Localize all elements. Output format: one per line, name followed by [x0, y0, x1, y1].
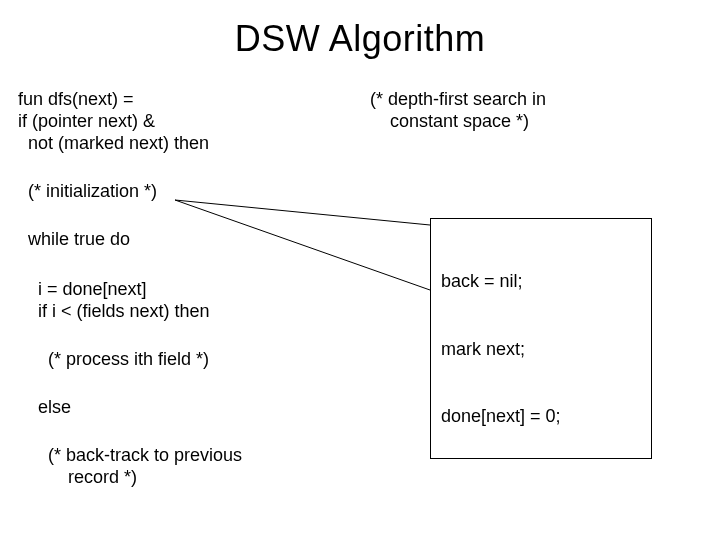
init-line-mark: mark next;	[441, 338, 641, 361]
code-line-while: while true do	[18, 228, 130, 251]
svg-line-1	[175, 200, 430, 290]
code-line-process-comment: (* process ith field *)	[18, 348, 209, 371]
code-line-if: if (pointer next) &	[18, 110, 155, 133]
init-code-box: back = nil; mark next; done[next] = 0;	[430, 218, 652, 459]
code-line-fun: fun dfs(next) =	[18, 88, 134, 111]
code-line-init-comment: (* initialization *)	[18, 180, 157, 203]
init-line-back: back = nil;	[441, 270, 641, 293]
code-line-not-marked: not (marked next) then	[18, 132, 209, 155]
code-line-else: else	[18, 396, 71, 419]
dfs-comment-line1: (* depth-first search in	[370, 88, 546, 111]
code-line-backtrack-2: record *)	[18, 466, 137, 489]
code-line-i-equals: i = done[next]	[18, 278, 147, 301]
code-line-backtrack-1: (* back-track to previous	[18, 444, 242, 467]
code-line-if-fields: if i < (fields next) then	[18, 300, 210, 323]
init-line-done: done[next] = 0;	[441, 405, 641, 428]
svg-line-0	[175, 200, 430, 225]
slide-title: DSW Algorithm	[0, 18, 720, 60]
dfs-comment-line2: constant space *)	[370, 110, 529, 133]
